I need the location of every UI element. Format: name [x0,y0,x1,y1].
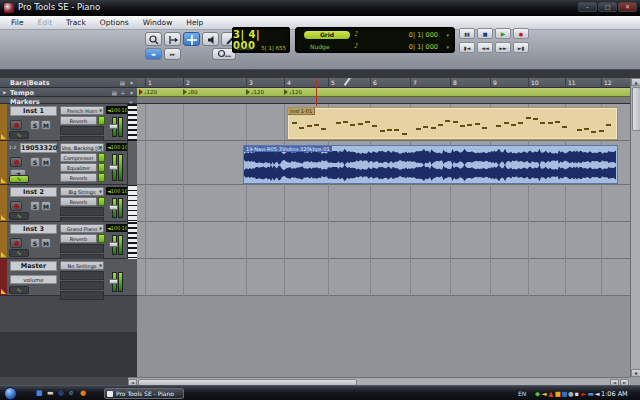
vertical-scroll-thumb[interactable] [632,87,640,131]
track-name[interactable]: Inst 3 [10,224,57,234]
fader-handle[interactable] [109,205,118,210]
tray-white-icon[interactable]: ▪ [575,390,579,398]
plugin-active-led[interactable] [98,173,105,182]
fast-forward-button[interactable]: ►► [495,42,511,53]
nudge-value[interactable]: 0| 1| 000 [409,43,438,51]
plugin-button-equalizer[interactable]: Equalizer [60,163,97,172]
grid-note-icon[interactable]: ♪ [354,30,358,38]
insert-slot-empty[interactable] [60,281,104,290]
fader-handle[interactable] [109,242,118,247]
nudge-note-icon[interactable]: ♪ [354,42,358,50]
trim-tool-button[interactable] [164,32,181,46]
plugin-active-led[interactable] [98,116,105,125]
rewind-button[interactable]: ◄◄ [477,42,493,53]
tempo-expander-icon[interactable]: ▶ [3,90,6,95]
track-name[interactable]: Inst 2 [10,187,57,197]
waveform-view-button[interactable]: ∿ [9,175,29,183]
tempo-ruler[interactable]: ♩120♩80♩120♩120 [137,88,630,97]
waveform-view-button[interactable]: ∿ [9,212,29,220]
start-button[interactable] [4,387,17,400]
scroll-up-arrow[interactable]: ▲ [631,78,640,86]
menu-item-help[interactable]: Help [179,16,210,29]
tray-yellow-arrow-icon[interactable]: ◄ [542,390,547,398]
fader-handle[interactable] [109,279,118,284]
plugin-button-reverb[interactable]: Reverb [60,234,97,243]
menu-item-edit[interactable]: Edit [31,16,60,29]
track-expand-icon[interactable] [1,134,6,139]
solo-button[interactable]: S [30,157,40,167]
taskbar-clock[interactable]: 1:06 AM [601,390,628,398]
grid-mode-button[interactable]: Grid [304,31,350,39]
menu-item-window[interactable]: Window [136,16,180,29]
track-lane-inst-2[interactable] [137,185,630,222]
track-name[interactable]: Inst 1 [10,106,57,116]
insert-selector[interactable]: French Horn▼ [60,106,104,115]
solo-button[interactable]: S [30,201,40,211]
tray-gray-icon[interactable]: ● [568,390,574,398]
quicklaunch-blue-app-icon[interactable]: ■ [36,389,43,398]
zoom-toggle-right-button[interactable]: ▸▸ [164,48,181,60]
bars-display-icon[interactable]: ▤ [120,80,125,86]
tray-green-icon[interactable]: ◆ [535,390,540,398]
scrubber-tool-button[interactable] [202,32,219,46]
midi-region[interactable]: Inst 1-01 [287,107,618,140]
scroll-down-arrow[interactable]: ▼ [631,369,640,377]
grid-value[interactable]: 0| 1| 000 [409,31,438,39]
insert-selector[interactable]: Vox, Backing [0]▼ [60,143,104,152]
track-name[interactable]: Master [10,261,57,271]
tempo-event[interactable]: ♩120 [246,89,264,95]
insert-slot-empty[interactable] [60,126,104,135]
markers-ruler-header[interactable]: Markers+ [0,97,137,104]
tray-shield-icon[interactable]: ■ [555,390,561,398]
mute-button[interactable]: M [41,120,51,130]
zoom-tool-button[interactable] [145,32,162,46]
insert-slot-empty[interactable] [60,244,104,253]
quicklaunch-firefox-icon[interactable]: ● [80,389,86,398]
tray-red-arrow-icon[interactable]: ► [581,390,586,398]
horizontal-scrollbar[interactable]: ◄ ◄ ► [128,377,630,385]
mute-button[interactable]: M [41,201,51,211]
zoom-toggle-left-button[interactable]: ◂▸ [145,48,162,60]
insert-selector[interactable]: Grand Piano▼ [60,224,104,233]
main-counter[interactable]: 3| 4| 000 Cursor 5| 1| 655 [232,27,290,53]
selector-tool-button[interactable] [183,32,200,46]
grid-dropdown-icon[interactable]: ▾ [446,32,449,38]
plugin-active-led[interactable] [98,153,105,162]
plugin-button-compressor[interactable]: Compressor [60,153,97,162]
language-indicator[interactable]: EN [518,390,526,397]
track-name[interactable]: 19053320 [20,143,57,153]
minimize-button[interactable]: – [578,2,597,12]
tempo-display-icon[interactable]: ▤ [112,90,117,96]
fader-handle[interactable] [109,165,118,170]
solo-button[interactable]: S [30,120,40,130]
menu-item-file[interactable]: File [4,16,31,29]
quicklaunch-clock-icon[interactable]: ● [58,389,64,398]
plugin-active-led[interactable] [98,234,105,243]
bars-beats-ruler-header[interactable]: Bars|Beats▾▤ [0,78,137,88]
plugin-active-led[interactable] [98,197,105,206]
play-button[interactable]: ▶ [495,28,511,39]
menu-item-options[interactable]: Options [93,16,136,29]
fader-handle[interactable] [109,124,118,129]
tempo-dropdown-icon[interactable]: ▾ [130,90,133,96]
maximize-button[interactable]: ▢ [598,2,617,12]
track-expand-icon[interactable] [1,178,6,183]
stop-button[interactable]: ■ [477,28,493,39]
waveform-view-button[interactable]: ∿ [9,249,29,257]
menu-item-track[interactable]: Track [59,16,93,29]
tray-red-pen-icon[interactable]: ▲ [548,390,553,398]
volume-view-button[interactable]: volume [10,275,57,284]
track-lane-master[interactable] [137,259,630,296]
plugin-active-led[interactable] [98,163,105,172]
record-enable-button[interactable] [10,238,22,248]
tray-blue-icon[interactable]: ■ [561,390,567,398]
tempo-event[interactable]: ♩120 [284,89,302,95]
audio-region[interactable]: 19-Navi-R05-3Violins-320kbps-01 [243,145,618,184]
count-off-button[interactable]: ▮▮ [459,28,475,39]
nudge-dropdown-icon[interactable]: ▾ [446,44,449,50]
plugin-button-reverb[interactable]: Reverb [60,116,97,125]
close-button[interactable]: ✕ [618,2,637,12]
mute-button[interactable]: M [41,238,51,248]
plugin-button-reverb[interactable]: Reverb [60,173,97,182]
track-lane-inst-3[interactable] [137,222,630,259]
